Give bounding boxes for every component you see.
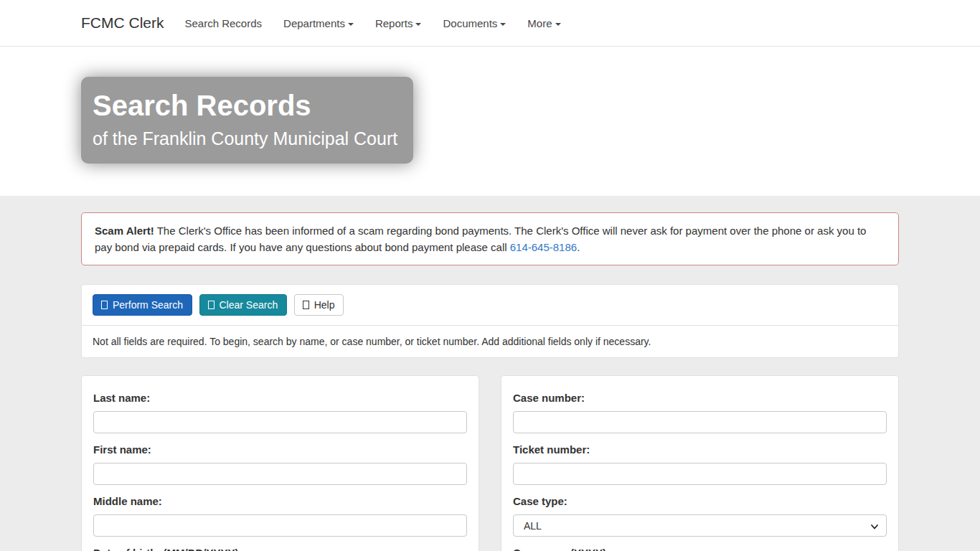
scam-alert-suffix: .: [577, 241, 580, 253]
nav-documents[interactable]: Documents: [432, 10, 517, 37]
ticket-number-label: Ticket number:: [513, 443, 887, 456]
date-of-birth-label: Date of birth: (MM/DD/YYYY): [93, 547, 467, 551]
first-name-group: First name:: [93, 443, 467, 485]
scam-alert-banner: Scam Alert! The Clerk's Office has been …: [81, 212, 899, 265]
caret-down-icon: [415, 23, 421, 26]
middle-name-field[interactable]: [93, 514, 467, 537]
search-instructions: Not all fields are required. To begin, s…: [82, 326, 898, 357]
ticket-number-field[interactable]: [513, 463, 887, 485]
case-number-label: Case number:: [513, 392, 887, 404]
caret-down-icon: [555, 23, 561, 26]
phone-link[interactable]: 614-645-8186: [510, 241, 577, 253]
case-number-group: Case number:: [513, 392, 887, 433]
page-title: Search Records: [93, 88, 397, 123]
erase-icon: [208, 301, 215, 309]
nav-label: Search Records: [185, 17, 263, 29]
nav-search-records[interactable]: Search Records: [174, 10, 273, 37]
middle-name-label: Middle name:: [93, 495, 467, 507]
search-toolbar-panel: Perform Search Clear Search Help Not all…: [81, 284, 899, 358]
brand-fcmc-clerk[interactable]: FCMC Clerk: [81, 14, 164, 32]
first-name-label: First name:: [93, 443, 467, 456]
toolbar-row: Perform Search Clear Search Help: [82, 285, 898, 326]
clear-search-button[interactable]: Clear Search: [199, 294, 288, 316]
first-name-field[interactable]: [93, 463, 467, 485]
ticket-number-group: Ticket number:: [513, 443, 887, 485]
nav-more[interactable]: More: [517, 10, 571, 37]
hero-section: Search Records of the Franklin County Mu…: [0, 47, 980, 196]
case-number-field[interactable]: [513, 411, 887, 433]
caret-down-icon: [500, 23, 506, 26]
nav-label: Departments: [283, 17, 345, 29]
clear-search-label: Clear Search: [220, 300, 278, 310]
search-icon: [101, 301, 108, 309]
middle-name-group: Middle name:: [93, 495, 467, 537]
perform-search-button[interactable]: Perform Search: [93, 294, 192, 316]
help-button[interactable]: Help: [294, 294, 344, 316]
perform-search-label: Perform Search: [113, 300, 183, 310]
help-label: Help: [314, 300, 335, 310]
last-name-field[interactable]: [93, 411, 467, 433]
case-search-card: Case number: Ticket number: Case type: A…: [501, 375, 899, 551]
nav-label: More: [527, 17, 552, 29]
top-navbar: FCMC Clerk Search Records Departments Re…: [0, 0, 980, 47]
page-subtitle: of the Franklin County Municipal Court: [93, 128, 397, 149]
nav-label: Reports: [375, 17, 413, 29]
case-type-label: Case type:: [513, 495, 887, 507]
case-year-label: Case year: (YYYY): [513, 547, 887, 551]
nav-reports[interactable]: Reports: [364, 10, 433, 37]
last-name-group: Last name:: [93, 392, 467, 433]
case-type-group: Case type: ALL: [513, 495, 887, 537]
case-year-group: Case year: (YYYY): [513, 547, 887, 551]
help-icon: [303, 301, 309, 309]
date-of-birth-group: Date of birth: (MM/DD/YYYY): [93, 547, 467, 551]
hero-box: Search Records of the Franklin County Mu…: [81, 77, 413, 164]
name-search-card: Last name: First name: Middle name: Date…: [81, 375, 479, 551]
scam-alert-title: Scam Alert!: [95, 225, 154, 237]
caret-down-icon: [348, 23, 354, 26]
nav-departments[interactable]: Departments: [273, 10, 364, 37]
scam-alert-text: The Clerk's Office has been informed of …: [95, 225, 866, 253]
nav-label: Documents: [443, 17, 497, 29]
case-type-select[interactable]: ALL: [513, 514, 887, 537]
last-name-label: Last name:: [93, 392, 467, 404]
